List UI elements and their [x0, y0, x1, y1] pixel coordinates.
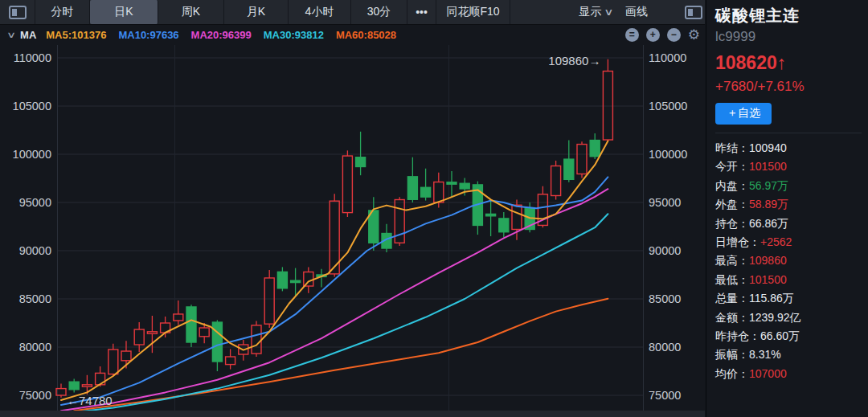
collapse-left-panel-button[interactable]: [0, 0, 35, 24]
ma-values: MA5:101376MA10:97636MA20:96399MA30:93812…: [46, 29, 396, 41]
tab-ths-f10[interactable]: 同花顺F10: [436, 0, 510, 24]
ma-toggle[interactable]: MA: [20, 29, 36, 41]
quote-row: 持仓：66.86万: [715, 215, 862, 233]
y-axis-label-right: 100000: [649, 148, 687, 161]
ma-value: MA30:93812: [264, 29, 324, 41]
tab-monthly-k[interactable]: 月K: [224, 0, 289, 24]
chevron-down-icon: ∨: [604, 6, 613, 18]
chart-tool-icons: =+−⚙: [625, 28, 705, 42]
app-window: 分时日K周K月K4小时30分•••同花顺F10 显示 ∨ 画线 ∨ MA MA5…: [0, 0, 868, 417]
y-axis-label-left: 90000: [19, 244, 51, 257]
quote-row: 最高：109860: [715, 251, 862, 270]
ma-value: MA60:85028: [336, 29, 396, 41]
quote-row: 最低：101500: [715, 271, 862, 289]
quote-row: 均价：107000: [715, 365, 862, 383]
period-tabs: 分时日K周K月K4小时30分•••同花顺F10: [35, 0, 510, 24]
candles-group: [56, 59, 612, 398]
ma-value: MA20:96399: [191, 29, 252, 41]
highest-price-annotation: 109860→: [548, 54, 600, 67]
grid: 1100001100001050001050001000001000009500…: [13, 45, 688, 411]
quote-row: 昨结：100940: [715, 139, 862, 157]
tab-more[interactable]: •••: [407, 0, 436, 24]
tab-4hour[interactable]: 4小时: [289, 0, 351, 24]
quote-row: 内盘：56.97万: [715, 177, 862, 195]
ma-value: MA10:97636: [118, 29, 178, 41]
quote-row: 今开：101500: [715, 157, 862, 176]
y-axis-label-right: 90000: [649, 244, 681, 257]
quote-row: 金额：1239.92亿: [715, 309, 862, 327]
panel-layout-icon: [9, 6, 27, 19]
tab-timeshare[interactable]: 分时: [35, 0, 90, 24]
ma-line-MA60: [74, 299, 608, 411]
toolbar: 分时日K周K月K4小时30分•••同花顺F10 显示 ∨ 画线: [0, 0, 705, 25]
zoom-out-icon[interactable]: −: [667, 28, 681, 42]
y-axis-label-left: 95000: [19, 196, 51, 209]
quote-row: 昨持仓：66.60万: [715, 327, 862, 345]
y-axis-label-left: 110000: [14, 51, 51, 64]
tab-daily-k[interactable]: 日K: [90, 0, 158, 24]
quote-row: 总量：115.86万: [715, 289, 862, 308]
quote-row: 日增仓：+2562: [715, 233, 862, 251]
tab-weekly-k[interactable]: 周K: [158, 0, 224, 24]
y-axis-label-right: 85000: [649, 292, 681, 305]
y-axis-label-left: 75000: [19, 389, 51, 402]
ma-collapse-icon[interactable]: ∨: [6, 30, 16, 40]
quote-row: 振幅：8.31%: [715, 345, 862, 364]
instrument-title: 碳酸锂主连: [715, 5, 862, 27]
quote-rows: 昨结：100940今开：101500内盘：56.97万外盘：58.89万持仓：6…: [715, 133, 862, 383]
display-menu-label: 显示: [579, 5, 601, 19]
ma-indicator-row: ∨ MA MA5:101376MA10:97636MA20:96399MA30:…: [0, 25, 705, 45]
reset-zoom-icon[interactable]: =: [625, 28, 639, 42]
kline-chart[interactable]: 1100001100001050001050001000001000009500…: [0, 45, 705, 411]
price-change: +7680/+7.61%: [715, 79, 862, 95]
y-axis-label-right: 75000: [649, 389, 681, 402]
y-axis-label-right: 110000: [649, 51, 686, 64]
settings-icon[interactable]: ⚙: [688, 28, 700, 42]
y-axis-label-left: 80000: [19, 341, 51, 354]
chart-scrollbar[interactable]: [0, 411, 705, 417]
y-axis-label-right: 105000: [649, 100, 687, 112]
y-axis-label-right: 80000: [649, 341, 681, 354]
toggle-right-panel-button[interactable]: [685, 6, 702, 19]
toolbar-right: 显示 ∨ 画线: [579, 0, 705, 24]
tab-30min[interactable]: 30分: [351, 0, 407, 24]
add-watchlist-button[interactable]: ＋自选: [715, 103, 772, 125]
y-axis-label-left: 105000: [13, 100, 51, 112]
instrument-code: lc9999: [715, 29, 862, 45]
y-axis-label-left: 100000: [13, 148, 51, 161]
y-axis-label-left: 85000: [19, 292, 51, 305]
draw-line-button[interactable]: 画线: [625, 5, 648, 19]
zoom-in-icon[interactable]: +: [646, 28, 660, 42]
display-menu[interactable]: 显示 ∨: [579, 5, 612, 19]
quote-row: 外盘：58.89万: [715, 195, 862, 214]
last-price: 108620↑: [715, 52, 862, 74]
lowest-price-annotation: ←74780: [67, 394, 113, 407]
ma-value: MA5:101376: [46, 29, 106, 41]
ma-line-MA5: [61, 141, 608, 401]
y-axis-label-right: 95000: [649, 196, 681, 209]
quote-panel: 碳酸锂主连 lc9999 108620↑ +7680/+7.61% ＋自选 昨结…: [706, 0, 868, 417]
